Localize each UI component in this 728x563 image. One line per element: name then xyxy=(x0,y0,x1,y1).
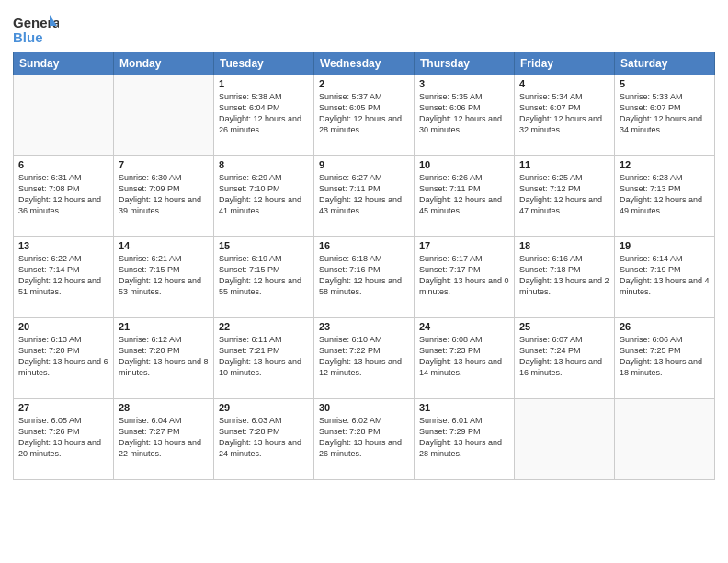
calendar-cell: 31Sunrise: 6:01 AM Sunset: 7:29 PM Dayli… xyxy=(415,399,515,480)
day-info: Sunrise: 6:22 AM Sunset: 7:14 PM Dayligh… xyxy=(18,253,108,298)
day-number: 24 xyxy=(419,321,509,332)
calendar-cell: 12Sunrise: 6:23 AM Sunset: 7:13 PM Dayli… xyxy=(615,156,715,237)
logo-icon: GeneralBlue xyxy=(13,13,59,46)
logo: GeneralBlue xyxy=(13,13,59,46)
day-info: Sunrise: 5:34 AM Sunset: 6:07 PM Dayligh… xyxy=(519,91,609,136)
day-info: Sunrise: 6:02 AM Sunset: 7:28 PM Dayligh… xyxy=(319,415,409,460)
day-number: 27 xyxy=(18,402,108,413)
day-info: Sunrise: 6:11 AM Sunset: 7:21 PM Dayligh… xyxy=(219,334,309,379)
calendar-week-row: 13Sunrise: 6:22 AM Sunset: 7:14 PM Dayli… xyxy=(14,237,715,318)
day-info: Sunrise: 6:31 AM Sunset: 7:08 PM Dayligh… xyxy=(18,172,108,217)
calendar-cell: 20Sunrise: 6:13 AM Sunset: 7:20 PM Dayli… xyxy=(14,318,114,399)
calendar-cell: 3Sunrise: 5:35 AM Sunset: 6:06 PM Daylig… xyxy=(415,75,515,156)
weekday-header-saturday: Saturday xyxy=(615,52,715,75)
day-number: 15 xyxy=(219,240,309,251)
day-info: Sunrise: 6:19 AM Sunset: 7:15 PM Dayligh… xyxy=(219,253,309,298)
day-info: Sunrise: 6:03 AM Sunset: 7:28 PM Dayligh… xyxy=(219,415,309,460)
day-info: Sunrise: 6:29 AM Sunset: 7:10 PM Dayligh… xyxy=(219,172,309,217)
day-number: 1 xyxy=(219,78,309,89)
calendar-cell: 13Sunrise: 6:22 AM Sunset: 7:14 PM Dayli… xyxy=(14,237,114,318)
day-info: Sunrise: 6:30 AM Sunset: 7:09 PM Dayligh… xyxy=(119,172,209,217)
weekday-header-thursday: Thursday xyxy=(415,52,515,75)
weekday-header-sunday: Sunday xyxy=(14,52,114,75)
calendar-cell: 5Sunrise: 5:33 AM Sunset: 6:07 PM Daylig… xyxy=(615,75,715,156)
calendar-cell xyxy=(114,75,214,156)
day-number: 19 xyxy=(620,240,710,251)
day-number: 9 xyxy=(319,159,409,170)
calendar-cell: 2Sunrise: 5:37 AM Sunset: 6:05 PM Daylig… xyxy=(314,75,415,156)
day-info: Sunrise: 6:05 AM Sunset: 7:26 PM Dayligh… xyxy=(18,415,108,460)
calendar-week-row: 20Sunrise: 6:13 AM Sunset: 7:20 PM Dayli… xyxy=(14,318,715,399)
calendar-cell: 7Sunrise: 6:30 AM Sunset: 7:09 PM Daylig… xyxy=(114,156,214,237)
day-info: Sunrise: 6:23 AM Sunset: 7:13 PM Dayligh… xyxy=(620,172,710,217)
weekday-header-row: SundayMondayTuesdayWednesdayThursdayFrid… xyxy=(14,52,715,75)
day-number: 16 xyxy=(319,240,409,251)
day-info: Sunrise: 6:18 AM Sunset: 7:16 PM Dayligh… xyxy=(319,253,409,298)
day-number: 18 xyxy=(519,240,609,251)
day-info: Sunrise: 5:37 AM Sunset: 6:05 PM Dayligh… xyxy=(319,91,409,136)
page-header: GeneralBlue xyxy=(13,9,715,46)
day-number: 29 xyxy=(219,402,309,413)
weekday-header-monday: Monday xyxy=(114,52,214,75)
calendar-cell: 16Sunrise: 6:18 AM Sunset: 7:16 PM Dayli… xyxy=(314,237,415,318)
day-info: Sunrise: 6:14 AM Sunset: 7:19 PM Dayligh… xyxy=(620,253,710,298)
day-number: 31 xyxy=(419,402,509,413)
day-info: Sunrise: 6:01 AM Sunset: 7:29 PM Dayligh… xyxy=(419,415,509,460)
calendar-cell: 26Sunrise: 6:06 AM Sunset: 7:25 PM Dayli… xyxy=(615,318,715,399)
day-number: 8 xyxy=(219,159,309,170)
calendar-cell: 15Sunrise: 6:19 AM Sunset: 7:15 PM Dayli… xyxy=(214,237,314,318)
day-info: Sunrise: 6:25 AM Sunset: 7:12 PM Dayligh… xyxy=(519,172,609,217)
day-number: 2 xyxy=(319,78,409,89)
day-number: 23 xyxy=(319,321,409,332)
day-number: 28 xyxy=(119,402,209,413)
day-info: Sunrise: 5:38 AM Sunset: 6:04 PM Dayligh… xyxy=(219,91,309,136)
calendar-cell: 23Sunrise: 6:10 AM Sunset: 7:22 PM Dayli… xyxy=(314,318,415,399)
day-number: 13 xyxy=(18,240,108,251)
calendar-cell: 4Sunrise: 5:34 AM Sunset: 6:07 PM Daylig… xyxy=(515,75,615,156)
calendar-cell: 29Sunrise: 6:03 AM Sunset: 7:28 PM Dayli… xyxy=(214,399,314,480)
calendar-cell: 14Sunrise: 6:21 AM Sunset: 7:15 PM Dayli… xyxy=(114,237,214,318)
weekday-header-friday: Friday xyxy=(515,52,615,75)
day-number: 4 xyxy=(519,78,609,89)
day-number: 3 xyxy=(419,78,509,89)
day-info: Sunrise: 6:27 AM Sunset: 7:11 PM Dayligh… xyxy=(319,172,409,217)
calendar-cell: 25Sunrise: 6:07 AM Sunset: 7:24 PM Dayli… xyxy=(515,318,615,399)
calendar-cell: 8Sunrise: 6:29 AM Sunset: 7:10 PM Daylig… xyxy=(214,156,314,237)
day-number: 6 xyxy=(18,159,108,170)
calendar-cell xyxy=(515,399,615,480)
day-info: Sunrise: 6:07 AM Sunset: 7:24 PM Dayligh… xyxy=(519,334,609,379)
calendar-week-row: 6Sunrise: 6:31 AM Sunset: 7:08 PM Daylig… xyxy=(14,156,715,237)
day-info: Sunrise: 6:17 AM Sunset: 7:17 PM Dayligh… xyxy=(419,253,509,298)
calendar-cell: 27Sunrise: 6:05 AM Sunset: 7:26 PM Dayli… xyxy=(14,399,114,480)
calendar-cell: 17Sunrise: 6:17 AM Sunset: 7:17 PM Dayli… xyxy=(415,237,515,318)
day-info: Sunrise: 5:35 AM Sunset: 6:06 PM Dayligh… xyxy=(419,91,509,136)
day-info: Sunrise: 6:10 AM Sunset: 7:22 PM Dayligh… xyxy=(319,334,409,379)
calendar-cell: 6Sunrise: 6:31 AM Sunset: 7:08 PM Daylig… xyxy=(14,156,114,237)
calendar-cell: 24Sunrise: 6:08 AM Sunset: 7:23 PM Dayli… xyxy=(415,318,515,399)
weekday-header-wednesday: Wednesday xyxy=(314,52,415,75)
calendar-table: SundayMondayTuesdayWednesdayThursdayFrid… xyxy=(13,52,715,480)
calendar-cell xyxy=(615,399,715,480)
day-number: 30 xyxy=(319,402,409,413)
day-info: Sunrise: 6:08 AM Sunset: 7:23 PM Dayligh… xyxy=(419,334,509,379)
weekday-header-tuesday: Tuesday xyxy=(214,52,314,75)
day-info: Sunrise: 6:06 AM Sunset: 7:25 PM Dayligh… xyxy=(620,334,710,379)
calendar-cell: 21Sunrise: 6:12 AM Sunset: 7:20 PM Dayli… xyxy=(114,318,214,399)
day-info: Sunrise: 6:13 AM Sunset: 7:20 PM Dayligh… xyxy=(18,334,108,379)
day-number: 25 xyxy=(519,321,609,332)
day-number: 17 xyxy=(419,240,509,251)
day-info: Sunrise: 6:12 AM Sunset: 7:20 PM Dayligh… xyxy=(119,334,209,379)
day-info: Sunrise: 5:33 AM Sunset: 6:07 PM Dayligh… xyxy=(620,91,710,136)
day-number: 21 xyxy=(119,321,209,332)
day-info: Sunrise: 6:16 AM Sunset: 7:18 PM Dayligh… xyxy=(519,253,609,298)
calendar-cell: 10Sunrise: 6:26 AM Sunset: 7:11 PM Dayli… xyxy=(415,156,515,237)
day-info: Sunrise: 6:21 AM Sunset: 7:15 PM Dayligh… xyxy=(119,253,209,298)
calendar-cell: 9Sunrise: 6:27 AM Sunset: 7:11 PM Daylig… xyxy=(314,156,415,237)
day-info: Sunrise: 6:04 AM Sunset: 7:27 PM Dayligh… xyxy=(119,415,209,460)
day-number: 7 xyxy=(119,159,209,170)
calendar-week-row: 27Sunrise: 6:05 AM Sunset: 7:26 PM Dayli… xyxy=(14,399,715,480)
day-number: 14 xyxy=(119,240,209,251)
calendar-cell: 11Sunrise: 6:25 AM Sunset: 7:12 PM Dayli… xyxy=(515,156,615,237)
svg-text:Blue: Blue xyxy=(13,29,43,45)
calendar-cell: 30Sunrise: 6:02 AM Sunset: 7:28 PM Dayli… xyxy=(314,399,415,480)
